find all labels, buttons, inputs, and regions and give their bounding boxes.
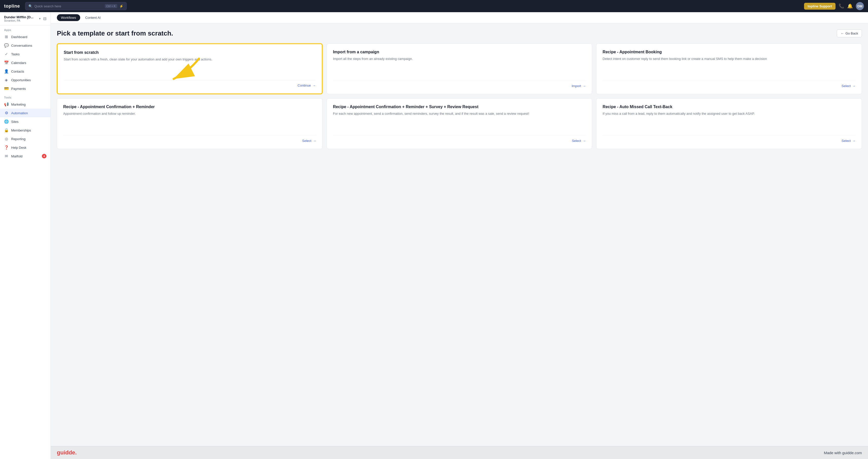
marketing-icon: 📢 <box>4 102 9 106</box>
sidebar-item-label: Opportunities <box>11 78 31 82</box>
card-recipe-appt-survey: Recipe - Appointment Confirmation + Remi… <box>327 98 592 149</box>
arrow-left-icon: ← <box>841 31 844 35</box>
top-navigation: topline 🔍 Quick search here Ctrl + K ⚡ t… <box>0 0 868 12</box>
sidebar-item-payments[interactable]: 💳 Payments <box>0 84 51 93</box>
company-selector[interactable]: Dunder Mifflin [D... Scranton, PA ▼ ⊟ <box>0 12 51 25</box>
sidebar-item-memberships[interactable]: 🔒 Memberships <box>0 126 51 134</box>
sidebar-item-helpdesk[interactable]: ❓ Help Desk <box>0 143 51 152</box>
sidebar-toggle-icon[interactable]: ⊟ <box>43 16 46 21</box>
tab-content-ai[interactable]: Content AI <box>81 14 105 21</box>
company-info: Dunder Mifflin [D... Scranton, PA <box>4 15 33 22</box>
card-description: Appointment confirmation and follow up r… <box>63 111 316 129</box>
sidebar-item-label: Tasks <box>11 52 20 56</box>
select-action[interactable]: Select → <box>842 84 856 88</box>
sidebar-item-label: Marketing <box>11 102 26 106</box>
tab-workflows[interactable]: Workflows <box>57 14 80 21</box>
sidebar-item-reporting[interactable]: ◎ Reporting <box>0 134 51 143</box>
card-recipe-missed-call: Recipe - Auto Missed Call Text-Back If y… <box>596 98 862 149</box>
sidebar-item-contacts[interactable]: 👤 Contacts <box>0 67 51 75</box>
arrow-right-icon: → <box>852 139 856 143</box>
sidebar-item-dashboard[interactable]: ⊞ Dashboard <box>0 32 51 41</box>
sidebar-item-automation[interactable]: ⚙ Automation <box>0 109 51 117</box>
chevron-down-icon: ▼ <box>38 17 41 20</box>
card-footer: Continue → <box>64 80 316 87</box>
support-button[interactable]: topline Support <box>804 3 836 10</box>
sidebar-item-tasks[interactable]: ✓ Tasks <box>0 50 51 58</box>
user-avatar[interactable]: DM <box>856 2 864 10</box>
sidebar-item-label: Help Desk <box>11 146 26 150</box>
card-title: Recipe - Auto Missed Call Text-Back <box>602 104 856 109</box>
sidebar-item-label: Payments <box>11 87 26 91</box>
cards-area: Start from scratch Start from scratch wi… <box>57 43 862 149</box>
sidebar-item-mailfold[interactable]: ✉ Mailfold 4 <box>0 152 51 160</box>
sidebar-item-marketing[interactable]: 📢 Marketing <box>0 100 51 109</box>
contacts-icon: 👤 <box>4 69 9 73</box>
card-description: If you miss a call from a lead, reply to… <box>602 111 856 129</box>
continue-action[interactable]: Continue → <box>298 84 316 87</box>
import-action[interactable]: Import → <box>571 84 586 88</box>
card-title: Recipe - Appointment Confirmation + Remi… <box>333 104 586 109</box>
sidebar-item-label: Memberships <box>11 128 31 132</box>
card-title: Recipe - Appointment Booking <box>602 50 856 54</box>
cards-grid: Start from scratch Start from scratch wi… <box>57 43 862 149</box>
page-title: Pick a template or start from scratch. <box>57 29 173 37</box>
sidebar-item-label: Dashboard <box>11 35 27 39</box>
card-footer: Select → <box>602 81 856 88</box>
card-description: For each new appointment, send a confirm… <box>333 111 586 129</box>
select-action[interactable]: Select → <box>572 139 586 143</box>
card-title: Start from scratch <box>64 50 316 55</box>
conversations-icon: 💬 <box>4 43 9 48</box>
mailfold-badge: 4 <box>42 154 46 158</box>
app-logo: topline <box>4 4 20 9</box>
sites-icon: 🌐 <box>4 119 9 124</box>
memberships-icon: 🔒 <box>4 128 9 132</box>
sidebar-item-conversations[interactable]: 💬 Conversations <box>0 41 51 50</box>
card-footer: Select → <box>602 135 856 143</box>
card-recipe-appt-confirmation: Recipe - Appointment Confirmation + Remi… <box>57 98 322 149</box>
sidebar-item-label: Reporting <box>11 137 25 141</box>
helpdesk-icon: ❓ <box>4 145 9 150</box>
main-layout: Dunder Mifflin [D... Scranton, PA ▼ ⊟ Ap… <box>0 12 868 459</box>
reporting-icon: ◎ <box>4 136 9 141</box>
card-footer: Import → <box>333 81 586 88</box>
tasks-icon: ✓ <box>4 52 9 56</box>
search-icon: 🔍 <box>28 4 32 8</box>
card-footer: Select → <box>333 135 586 143</box>
card-title: Recipe - Appointment Confirmation + Remi… <box>63 104 316 109</box>
automation-icon: ⚙ <box>4 111 9 115</box>
sidebar-item-sites[interactable]: 🌐 Sites <box>0 117 51 126</box>
search-placeholder: Quick search here <box>34 4 61 8</box>
arrow-right-icon: → <box>312 84 316 87</box>
card-footer: Select → <box>63 135 316 143</box>
global-search[interactable]: 🔍 Quick search here Ctrl + K ⚡ <box>25 2 127 10</box>
select-action[interactable]: Select → <box>302 139 316 143</box>
select-action[interactable]: Select → <box>842 139 856 143</box>
card-description: Start from scratch with a fresh, clean s… <box>64 57 316 74</box>
dashboard-icon: ⊞ <box>4 34 9 39</box>
main-tabs: Workflows Content AI <box>51 12 868 23</box>
search-shortcut: Ctrl + K <box>105 4 117 8</box>
arrow-right-icon: → <box>852 84 856 88</box>
sidebar-item-label: Conversations <box>11 44 32 48</box>
main-content: Pick a template or start from scratch. ←… <box>51 23 868 446</box>
payments-icon: 💳 <box>4 86 9 91</box>
guidde-tagline: Made with guidde.com <box>824 451 862 455</box>
card-description: Import all the steps from an already exi… <box>333 56 586 74</box>
card-recipe-appointment-booking: Recipe - Appointment Booking Detect inte… <box>596 43 862 94</box>
phone-icon[interactable]: 📞 <box>839 3 844 9</box>
go-back-button[interactable]: ← Go Back <box>837 29 862 37</box>
sidebar-item-label: Contacts <box>11 69 24 73</box>
sidebar-item-opportunities[interactable]: ◈ Opportunities <box>0 75 51 84</box>
sidebar-item-calendars[interactable]: 📅 Calendars <box>0 58 51 67</box>
topnav-right-section: topline Support 📞 🔔 DM <box>804 2 864 10</box>
guidde-footer: guidde. Made with guidde.com <box>51 446 868 459</box>
sidebar: Dunder Mifflin [D... Scranton, PA ▼ ⊟ Ap… <box>0 12 51 459</box>
sidebar-item-label: Automation <box>11 111 28 115</box>
main-area: Workflows Content AI Pick a template or … <box>51 12 868 459</box>
notification-bell-icon[interactable]: 🔔 <box>847 3 853 9</box>
card-description: Detect intent on customer reply to send … <box>602 56 856 74</box>
sidebar-item-label: Calendars <box>11 61 26 65</box>
card-import-campaign: Import from a campaign Import all the st… <box>327 43 592 94</box>
content-header: Pick a template or start from scratch. ←… <box>57 29 862 37</box>
sidebar-item-label: Sites <box>11 120 19 124</box>
